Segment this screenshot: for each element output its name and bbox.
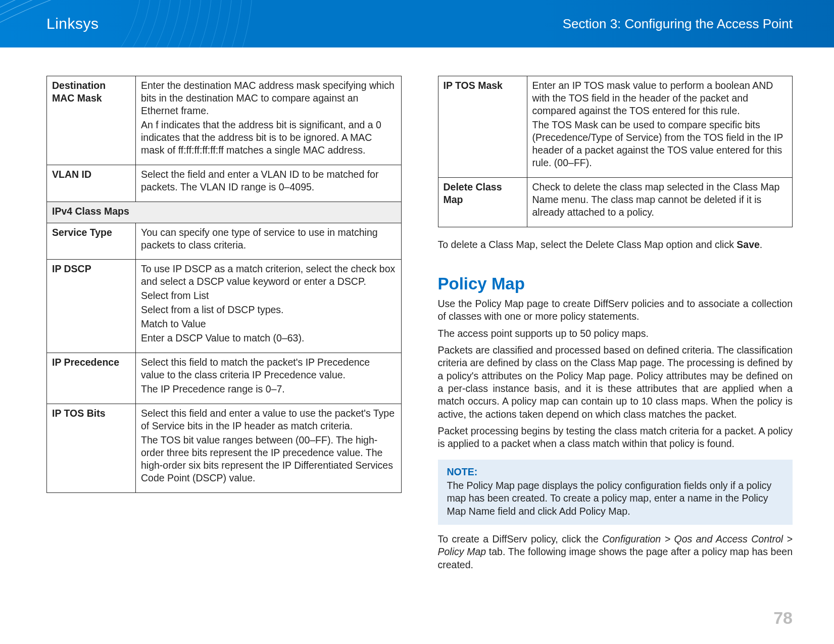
delete-classmap-instruction: To delete a Class Map, select the Delete…	[438, 238, 793, 251]
param-desc: Enter the destination MAC address mask s…	[136, 76, 402, 165]
param-desc: Select this field and enter a value to u…	[136, 404, 402, 493]
right-params-table: IP TOS Mask Enter an IP TOS mask value t…	[438, 76, 793, 227]
text-span: .	[760, 239, 762, 250]
page-number: 78	[773, 608, 793, 628]
param-desc: Select this field to match the packet's …	[136, 353, 402, 404]
table-row: VLAN ID Select the field and enter a VLA…	[47, 165, 402, 202]
table-row: IPv4 Class Maps	[47, 202, 402, 223]
param-desc-para: To use IP DSCP as a match criterion, sel…	[141, 263, 396, 288]
policy-map-tail: To create a DiffServ policy, click the C…	[438, 533, 793, 571]
table-row: Service Type You can specify one type of…	[47, 223, 402, 260]
svg-point-9	[0, 0, 232, 47]
note-label: NOTE:	[447, 466, 784, 478]
param-desc-para: Enter the destination MAC address mask s…	[141, 79, 396, 117]
section-title-header: Section 3: Configuring the Access Point	[563, 16, 793, 32]
note-box: NOTE: The Policy Map page displays the p…	[438, 460, 793, 525]
svg-point-6	[0, 0, 202, 47]
svg-point-8	[0, 0, 222, 47]
svg-point-11	[0, 0, 253, 47]
left-column: Destination MAC Mask Enter the destinati…	[46, 76, 402, 575]
table-row: IP TOS Bits Select this field and enter …	[47, 404, 402, 493]
param-desc-para: The TOS Mask can be used to compare spec…	[532, 119, 788, 169]
param-desc-para: The IP Precedence range is 0–7.	[141, 383, 396, 395]
param-desc-para: The TOS bit value ranges between (00–FF)…	[141, 434, 396, 484]
table-row: Delete Class Map Check to delete the cla…	[438, 177, 793, 227]
table-row: IP TOS Mask Enter an IP TOS mask value t…	[438, 76, 793, 178]
svg-point-10	[0, 0, 242, 47]
param-desc: Check to delete the class map selected i…	[527, 177, 793, 227]
policy-map-para: Use the Policy Map page to create DiffSe…	[438, 298, 793, 323]
param-label: IP Precedence	[47, 353, 136, 404]
param-section-head: IPv4 Class Maps	[47, 202, 402, 223]
param-label: IP TOS Mask	[438, 76, 527, 178]
policy-map-para: Packets are classified and processed bas…	[438, 344, 793, 421]
param-desc: To use IP DSCP as a match criterion, sel…	[136, 260, 402, 353]
param-label: Service Type	[47, 223, 136, 260]
param-desc-para: Match to Value	[141, 318, 396, 330]
policy-map-heading: Policy Map	[438, 274, 793, 293]
param-desc-para: Select the field and enter a VLAN ID to …	[141, 168, 396, 193]
left-params-table: Destination MAC Mask Enter the destinati…	[46, 76, 402, 493]
param-desc-para: Enter an IP TOS mask value to perform a …	[532, 79, 788, 117]
param-desc-para: Select this field to match the packet's …	[141, 356, 396, 381]
policy-map-para: The access point supports up to 50 polic…	[438, 327, 793, 340]
param-desc-para: Check to delete the class map selected i…	[532, 181, 788, 219]
svg-point-7	[0, 0, 212, 47]
param-label: IP TOS Bits	[47, 404, 136, 493]
param-desc-para: Enter a DSCP Value to match (0–63).	[141, 332, 396, 344]
table-row: IP DSCP To use IP DSCP as a match criter…	[47, 260, 402, 353]
param-label: Delete Class Map	[438, 177, 527, 227]
param-desc-para: An f indicates that the address bit is s…	[141, 119, 396, 157]
text-span: To create a DiffServ policy, click the	[438, 533, 603, 544]
param-desc: Select the field and enter a VLAN ID to …	[136, 165, 402, 202]
param-label: VLAN ID	[47, 165, 136, 202]
param-label: Destination MAC Mask	[47, 76, 136, 165]
save-bold: Save	[737, 239, 760, 250]
page-header: Linksys Section 3: Configuring the Acces…	[0, 0, 834, 47]
param-desc: Enter an IP TOS mask value to perform a …	[527, 76, 793, 178]
text-span: To delete a Class Map, select the Delete…	[438, 239, 737, 250]
page-content: Destination MAC Mask Enter the destinati…	[0, 47, 834, 596]
note-text: The Policy Map page displays the policy …	[447, 480, 772, 517]
param-desc: You can specify one type of service to u…	[136, 223, 402, 260]
param-desc-para: Select this field and enter a value to u…	[141, 407, 396, 432]
param-desc-para: You can specify one type of service to u…	[141, 226, 396, 252]
text-span: tab. The following image shows the page …	[438, 546, 793, 570]
param-desc-para: Select from a list of DSCP types.	[141, 304, 396, 316]
param-label: IP DSCP	[47, 260, 136, 353]
brand-name: Linksys	[46, 15, 99, 32]
table-row: IP Precedence Select this field to match…	[47, 353, 402, 404]
policy-map-para: Packet processing begins by testing the …	[438, 425, 793, 451]
right-column: IP TOS Mask Enter an IP TOS mask value t…	[438, 76, 793, 575]
param-desc-para: Select from List	[141, 289, 396, 302]
table-row: Destination MAC Mask Enter the destinati…	[47, 76, 402, 165]
